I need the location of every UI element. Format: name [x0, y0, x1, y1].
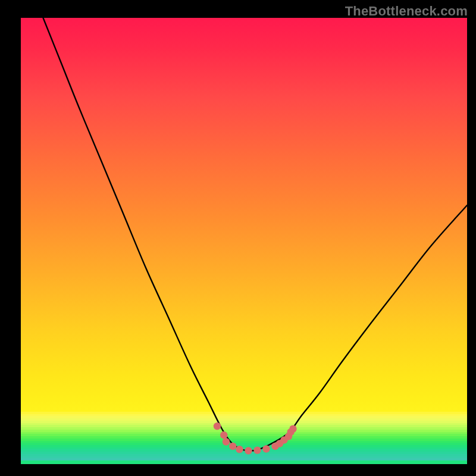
- marker-dot: [262, 445, 270, 452]
- marker-dot: [229, 443, 236, 450]
- bottleneck-curve: [43, 18, 468, 451]
- marker-dot: [289, 425, 296, 433]
- chart-stage: TheBottleneck.com: [0, 0, 476, 476]
- marker-dot: [236, 446, 243, 453]
- highlight-markers: [214, 422, 297, 455]
- marker-dot: [223, 438, 230, 445]
- marker-dot: [253, 447, 261, 454]
- plot-area: [21, 18, 467, 464]
- marker-dot: [214, 422, 221, 430]
- watermark-text: TheBottleneck.com: [345, 4, 468, 19]
- marker-dot: [220, 431, 227, 439]
- curve-layer: [21, 18, 467, 464]
- marker-dot: [245, 447, 252, 454]
